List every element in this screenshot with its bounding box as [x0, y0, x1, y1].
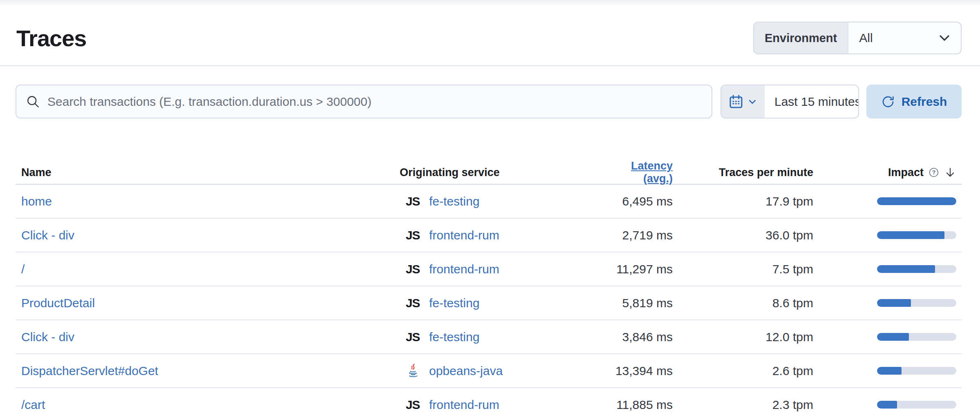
page-header: Traces Environment All: [0, 0, 980, 66]
column-header-latency[interactable]: Latency (avg.): [600, 160, 673, 185]
tpm-value: 7.5 tpm: [673, 262, 813, 276]
top-shadow: [0, 0, 980, 7]
tpm-value: 8.6 tpm: [673, 296, 813, 310]
tpm-value: 17.9 tpm: [673, 194, 813, 208]
latency-value: 13,394 ms: [600, 364, 673, 378]
impact-bar: [877, 367, 956, 375]
service-link[interactable]: opbeans-java: [429, 364, 503, 378]
svg-text:?: ?: [932, 169, 936, 176]
latency-value: 2,719 ms: [600, 228, 673, 242]
search-input[interactable]: [47, 95, 703, 109]
column-header-tpm: Traces per minute: [673, 166, 813, 179]
tpm-value: 2.3 tpm: [673, 398, 813, 412]
impact-bar: [877, 401, 956, 409]
tpm-value: 36.0 tpm: [673, 228, 813, 242]
latency-value: 11,885 ms: [600, 398, 673, 412]
js-agent-icon: JS: [406, 194, 420, 208]
sort-descending-arrow-icon: [944, 166, 956, 179]
impact-bar: [877, 231, 956, 239]
refresh-label: Refresh: [902, 95, 947, 109]
table-row: / JS frontend-rum 11,297 ms 7.5 tpm: [16, 252, 962, 286]
impact-bar: [877, 299, 956, 307]
column-header-service: Originating service: [400, 166, 600, 179]
service-link[interactable]: fe-testing: [429, 296, 479, 310]
table-row: home JS fe-testing 6,495 ms 17.9 tpm: [16, 185, 962, 219]
impact-bar-fill: [877, 367, 902, 375]
transaction-name-link[interactable]: Click - div: [21, 228, 74, 242]
table-row: ProductDetail JS fe-testing 5,819 ms: [16, 286, 962, 320]
tpm-value: 2.6 tpm: [673, 364, 813, 378]
service-link[interactable]: frontend-rum: [429, 262, 499, 276]
impact-bar-fill: [877, 299, 911, 307]
calendar-icon: [729, 94, 743, 109]
impact-bar-fill: [877, 333, 909, 341]
table-row: DispatcherServlet#doGet JS opbeans-java: [16, 354, 962, 388]
table-header-row: Name Originating service Latency (avg.) …: [16, 161, 962, 185]
latency-value: 5,819 ms: [600, 296, 673, 310]
chevron-down-icon: [747, 97, 757, 107]
latency-value: 6,495 ms: [600, 194, 673, 208]
impact-bar-fill: [877, 231, 944, 239]
page-title: Traces: [16, 25, 87, 51]
search-icon: [26, 95, 40, 109]
help-icon[interactable]: ?: [929, 167, 939, 178]
service-link[interactable]: frontend-rum: [429, 398, 499, 412]
refresh-icon: [881, 95, 895, 109]
js-agent-icon: JS: [406, 330, 420, 344]
environment-select[interactable]: Environment All: [753, 22, 962, 54]
js-agent-icon: JS: [406, 262, 420, 276]
impact-bar: [877, 265, 956, 273]
impact-header-label: Impact: [888, 166, 924, 179]
js-agent-icon: JS: [406, 296, 420, 310]
transaction-name-link[interactable]: Click - div: [21, 330, 74, 344]
table-body: home JS fe-testing 6,495 ms 17.9 tpm: [16, 185, 962, 420]
transaction-name-link[interactable]: ProductDetail: [21, 296, 95, 310]
service-link[interactable]: fe-testing: [429, 194, 479, 208]
traces-table: Name Originating service Latency (avg.) …: [16, 118, 962, 420]
impact-bar: [877, 197, 956, 205]
js-agent-icon: JS: [406, 228, 420, 242]
transaction-name-link[interactable]: /cart: [21, 398, 45, 411]
traces-page: Traces Environment All: [0, 0, 980, 420]
transaction-name-link[interactable]: DispatcherServlet#doGet: [21, 364, 158, 378]
transaction-name-link[interactable]: /: [21, 262, 25, 276]
column-header-impact[interactable]: Impact ?: [888, 166, 956, 179]
table-row: Click - div JS frontend-rum 2,719 ms: [16, 219, 962, 252]
search-box: [16, 85, 712, 118]
time-range-button[interactable]: Last 15 minutes: [765, 85, 859, 118]
service-link[interactable]: frontend-rum: [429, 228, 499, 242]
environment-label: Environment: [754, 22, 848, 54]
refresh-button[interactable]: Refresh: [866, 85, 962, 118]
time-picker: Last 15 minutes: [720, 85, 859, 118]
impact-bar-fill: [877, 265, 935, 273]
transaction-name-link[interactable]: home: [21, 194, 52, 208]
chevron-down-icon: [938, 31, 951, 45]
service-link[interactable]: fe-testing: [429, 330, 479, 344]
column-header-name: Name: [16, 166, 400, 179]
tpm-value: 12.0 tpm: [673, 330, 813, 344]
date-quick-select-button[interactable]: [721, 85, 765, 118]
impact-bar-fill: [877, 197, 956, 205]
latency-value: 11,297 ms: [600, 262, 673, 276]
impact-bar-fill: [877, 401, 897, 409]
js-agent-icon: JS: [406, 398, 420, 412]
latency-value: 3,846 ms: [600, 330, 673, 344]
filter-bar: Last 15 minutes Refresh: [16, 85, 962, 118]
table-row: /cart JS frontend-rum 11,885 ms 2.3: [16, 388, 962, 420]
java-agent-icon: [405, 363, 421, 379]
impact-bar: [877, 333, 956, 341]
environment-value: All: [859, 31, 873, 45]
table-row: Click - div JS fe-testing 3,846 ms 1: [16, 320, 962, 354]
